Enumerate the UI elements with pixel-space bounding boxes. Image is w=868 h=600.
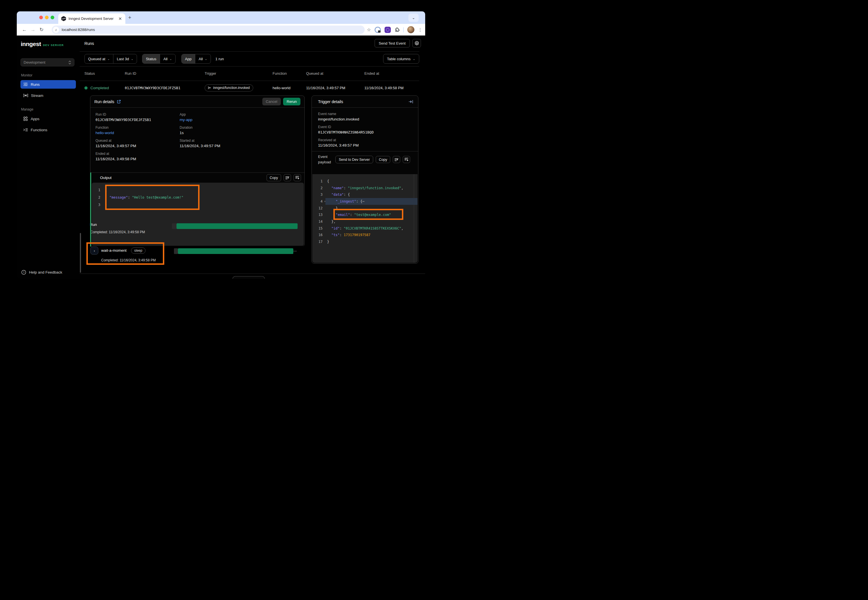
sidebar-item-stream[interactable]: Stream [20,91,76,100]
close-tab-icon[interactable]: ✕ [118,17,123,21]
run-details-title: Run details [94,99,114,104]
line-number: 16 [313,233,323,237]
site-info-icon[interactable]: i [53,27,59,33]
new-tab-button[interactable]: + [128,15,131,20]
send-to-dev-server-button[interactable]: Send to Dev Server [335,156,373,164]
desktop-background: Inngest Development Server ✕ + ⌄ ← → ↻ i… [0,0,434,300]
help-icon: ? [21,270,26,275]
browser-toolbar: ← → ↻ i localhost:8288/runs ☆ ⋮ [17,24,425,35]
external-link-icon[interactable] [117,100,121,104]
extensions-puzzle-icon[interactable] [395,27,400,32]
field-label: App [180,112,299,117]
collapse-chevron-icon[interactable]: › [323,200,327,203]
code-text: "name": "inngest/function.invoked", [327,186,403,190]
reload-icon[interactable]: ↻ [37,27,46,33]
received-at-value: 11/16/2024, 3:49:57 PM [318,143,412,147]
line-number: 2 [92,195,100,199]
chevron-down-icon: ⌄ [205,58,207,61]
line-number: 3 [313,192,323,197]
event-id-label: Event ID [318,125,412,129]
collapsed-button-peek[interactable] [232,276,265,279]
help-label: Help and Feedback [29,270,62,274]
column-header[interactable]: Ended at [364,71,419,76]
password-manager-extension-icon[interactable] [375,27,381,33]
traffic-light-minimize[interactable] [45,16,49,19]
sidebar-item-label: Apps [31,117,39,121]
line-number: 17 [313,240,323,244]
status-dot [84,86,88,89]
field-value-app-link[interactable]: my-app [180,118,299,122]
scrollbar-thumb[interactable] [80,233,81,273]
inngest-app: inngest DEV SERVER Development Monitor R… [17,35,425,279]
column-header[interactable]: Run ID [125,71,205,76]
column-header[interactable]: Function [273,71,306,76]
column-header[interactable]: Queued at [306,71,364,76]
apps-icon [23,117,28,121]
table-columns-button[interactable]: Table columns⌄ [383,54,419,64]
back-icon[interactable]: ← [20,27,29,33]
help-and-feedback[interactable]: ? Help and Feedback [20,270,63,275]
payload-scrollbar-track[interactable] [414,174,414,263]
tab-title: Inngest Development Server [68,17,115,21]
column-header[interactable]: Trigger [205,71,273,76]
send-test-event-button[interactable]: Send Test Event [375,39,410,47]
table-header-row: Status Run ID Trigger Function Queued at… [84,66,419,81]
line-number: 14 [313,220,323,224]
trigger-badge[interactable]: inngest/function.invoked [205,84,253,91]
time-field-filter[interactable]: Queued at⌄ [85,54,113,64]
annotation-output-highlight [105,185,200,210]
row-queued-at: 11/16/2024, 3:49:57 PM [306,86,364,90]
page-title: Runs [84,41,94,46]
scroll-to-bottom-button[interactable] [294,174,301,181]
tab-search-chevron-icon[interactable]: ⌄ [408,14,419,22]
chevron-down-icon: ⌄ [413,58,415,61]
app-filter-group: App All⌄ [181,54,211,64]
browser-menu-icon[interactable]: ⋮ [418,27,422,32]
copy-payload-button[interactable]: Copy [376,156,390,163]
bookmark-star-icon[interactable]: ☆ [367,27,371,32]
sidebar-item-runs[interactable]: Runs [20,80,76,89]
timeline-run-bar[interactable] [176,223,297,229]
profile-avatar[interactable] [407,26,414,33]
browser-tab[interactable]: Inngest Development Server ✕ [58,14,125,24]
settings-button[interactable] [413,39,421,47]
workspace-select[interactable]: Development [20,58,74,67]
sidebar-item-functions[interactable]: Functions [20,126,76,134]
wrap-lines-button[interactable] [284,174,291,181]
browser-tab-strip: Inngest Development Server ✕ + ⌄ [17,11,425,24]
field-value-function-link[interactable]: hello-world [96,131,180,135]
copy-output-button[interactable]: Copy [267,174,281,181]
collapse-panel-icon[interactable] [409,100,414,104]
app-filter-value[interactable]: All⌄ [195,54,211,64]
forward-icon[interactable]: → [29,27,37,33]
status-filter-value[interactable]: All⌄ [160,54,175,64]
time-range-filter[interactable]: Last 3d⌄ [113,54,137,64]
inngest-favicon-icon [61,16,66,21]
purple-extension-icon[interactable] [385,27,391,33]
cancel-button[interactable]: Cancel [263,98,281,105]
rerun-button[interactable]: Rerun [283,98,300,105]
step-bar[interactable] [178,248,293,254]
column-header[interactable]: Status [84,71,125,76]
chevron-down-icon: ⌄ [131,58,133,61]
sidebar-item-apps[interactable]: Apps [20,115,76,123]
table-row[interactable]: Completed 01JCVBTMV3WXY9D3CFDEJFZSB1 inn… [84,81,419,95]
code-line: 4›"_inngest": {⋯ [313,198,417,205]
wrap-lines-button[interactable] [393,156,400,163]
url-text[interactable]: localhost:8288/runs [62,27,95,32]
traffic-light-close[interactable] [39,16,43,19]
received-at-label: Received at [318,138,412,142]
code-text: "data": { [327,192,350,197]
address-bar[interactable]: i localhost:8288/runs [52,26,365,34]
traffic-light-zoom[interactable] [51,16,54,19]
output-title: Output [100,176,112,180]
field-value-queued-at: 11/16/2024, 3:49:57 PM [96,144,180,148]
row-run-id: 01JCVBTMV3WXY9D3CFDEJFZSB1 [125,86,205,90]
inngest-logo: inngest [21,41,41,47]
scroll-bottom-icon [295,176,299,180]
line-number: 1 [92,188,100,192]
code-line: 17} [313,238,417,245]
row-ended-at: 11/16/2024, 3:49:58 PM [364,86,419,90]
scroll-to-bottom-button[interactable] [403,156,410,163]
line-number: 15 [313,226,323,230]
